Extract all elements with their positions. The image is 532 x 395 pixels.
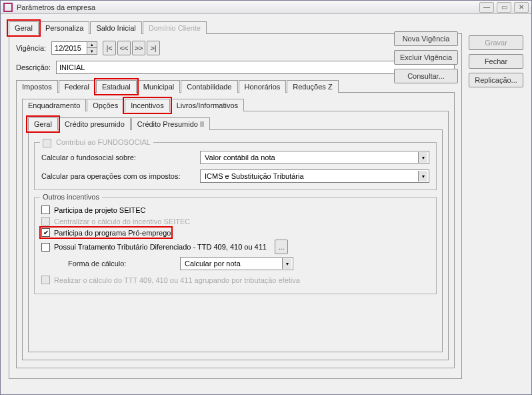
tab-dominio-cliente: Domínio Cliente bbox=[143, 21, 207, 34]
outros-title: Outros incentivos bbox=[40, 193, 102, 201]
window: Parâmetros da empresa — ▭ ✕ Geral Person… bbox=[0, 0, 532, 395]
ttd-checkbox[interactable] bbox=[41, 243, 50, 252]
titlebar: Parâmetros da empresa — ▭ ✕ bbox=[1, 1, 531, 14]
forma-calculo-value: Calcular por nota bbox=[185, 260, 241, 268]
nav-first-button[interactable]: |< bbox=[103, 41, 116, 55]
tab-saldo-inicial[interactable]: Saldo Inicial bbox=[90, 21, 141, 34]
fundosocial-group: Contribui ao FUNDOSOCIAL Calcular o fund… bbox=[34, 142, 437, 190]
impostos-tabstrip: Impostos Federal Estadual Municipal Cont… bbox=[16, 80, 455, 93]
fundosocial-impostos-select[interactable]: ICMS e Substituição Tributária ▾ bbox=[200, 169, 429, 183]
ttt-agrupar-checkbox bbox=[41, 276, 50, 284]
pro-emprego-checkbox[interactable]: ✔ bbox=[41, 228, 50, 237]
replicacao-button[interactable]: Replicação... bbox=[469, 73, 523, 87]
chevron-down-icon: ▾ bbox=[418, 171, 427, 181]
chevron-down-icon: ▾ bbox=[282, 258, 291, 269]
close-button[interactable]: ✕ bbox=[514, 2, 529, 13]
nav-prev-button[interactable]: << bbox=[117, 41, 131, 55]
tab-contabilidade[interactable]: Contabilidade bbox=[181, 80, 237, 93]
fundosocial-sobre-label: Calcular o fundosocial sobre: bbox=[41, 153, 195, 161]
seitec-label: Participa de projeto SEITEC bbox=[54, 206, 146, 214]
incentivos-panel: Contribui ao FUNDOSOCIAL Calcular o fund… bbox=[28, 129, 443, 352]
centralizar-seitec-label: Centralizar o cálculo do incentivo SEITE… bbox=[54, 218, 190, 226]
gravar-button[interactable]: Gravar bbox=[469, 35, 523, 50]
tab-credito-presumido-2[interactable]: Crédito Presumido II bbox=[131, 117, 210, 130]
ttd-label: Possui Tratamento Tributário Diferenciad… bbox=[54, 243, 267, 251]
centralizar-seitec-checkbox bbox=[41, 217, 50, 226]
tab-reducoes-z[interactable]: Reduções Z bbox=[287, 80, 338, 93]
chevron-down-icon: ▾ bbox=[418, 152, 427, 163]
fundosocial-sobre-select[interactable]: Valor contábil da nota ▾ bbox=[200, 151, 429, 164]
forma-calculo-select[interactable]: Calcular por nota ▾ bbox=[180, 257, 293, 270]
consultar-button[interactable]: Consultar... bbox=[394, 69, 458, 83]
tab-incentivos-geral[interactable]: Geral bbox=[28, 117, 58, 131]
vigencia-spin-down[interactable]: ▾ bbox=[87, 48, 97, 54]
pro-emprego-label: Participa do programa Pró-emprego bbox=[54, 229, 171, 237]
tab-opcoes[interactable]: Opções bbox=[87, 99, 124, 111]
descricao-label: Descrição: bbox=[16, 63, 51, 71]
fundosocial-check-row: Contribui ao FUNDOSOCIAL bbox=[40, 138, 153, 147]
ttd-browse-button[interactable]: ... bbox=[275, 240, 288, 254]
estadual-panel: Geral Crédito presumido Crédito Presumid… bbox=[22, 111, 449, 360]
app-icon bbox=[3, 3, 13, 12]
outros-incentivos-group: Outros incentivos Participa de projeto S… bbox=[34, 197, 437, 294]
vigencia-field[interactable]: ▴ ▾ bbox=[51, 41, 97, 55]
vigencia-actions: Nova Vigência Excluir Vigência Consultar… bbox=[394, 31, 458, 83]
fundosocial-sobre-value: Valor contábil da nota bbox=[205, 153, 275, 161]
fundosocial-impostos-value: ICMS e Substituição Tributária bbox=[205, 172, 304, 180]
impostos-panel: Enquadramento Opções Incentivos Livros/I… bbox=[16, 92, 455, 368]
fechar-button[interactable]: Fechar bbox=[469, 54, 523, 69]
tab-incentivos[interactable]: Incentivos bbox=[125, 99, 170, 112]
ttt-agrupar-label: Realizar o cálculo do TTT 409, 410 ou 41… bbox=[54, 276, 300, 284]
tab-honorarios[interactable]: Honorários bbox=[239, 80, 287, 93]
minimize-button[interactable]: — bbox=[479, 2, 494, 13]
maximize-button[interactable]: ▭ bbox=[497, 2, 511, 13]
fundosocial-title: Contribui ao FUNDOSOCIAL bbox=[56, 138, 151, 146]
forma-calculo-label: Forma de cálculo: bbox=[68, 260, 175, 268]
tab-personaliza[interactable]: Personaliza bbox=[39, 21, 89, 34]
tab-federal[interactable]: Federal bbox=[59, 80, 95, 93]
vigencia-label: Vigência: bbox=[16, 44, 46, 52]
incentivos-tabstrip: Geral Crédito presumido Crédito Presumid… bbox=[28, 117, 443, 130]
nav-next-button[interactable]: >> bbox=[132, 41, 145, 55]
main-panel: Vigência: ▴ ▾ |< << >> >| bbox=[9, 33, 462, 379]
tab-estadual[interactable]: Estadual bbox=[96, 80, 137, 93]
fundosocial-checkbox bbox=[43, 139, 51, 147]
vigencia-input[interactable] bbox=[52, 42, 87, 54]
vigencia-spin-up[interactable]: ▴ bbox=[87, 42, 97, 48]
tab-livros-informativos[interactable]: Livros/Informativos bbox=[171, 99, 244, 111]
fundosocial-impostos-label: Calcular para operações com os impostos: bbox=[41, 172, 195, 180]
tab-credito-presumido[interactable]: Crédito presumido bbox=[59, 117, 131, 130]
estadual-tabstrip: Enquadramento Opções Incentivos Livros/I… bbox=[22, 99, 449, 111]
window-title: Parâmetros da empresa bbox=[17, 3, 95, 11]
seitec-checkbox[interactable] bbox=[41, 206, 50, 214]
nova-vigencia-button[interactable]: Nova Vigência bbox=[394, 31, 458, 46]
tab-municipal[interactable]: Municipal bbox=[137, 80, 180, 93]
excluir-vigencia-button[interactable]: Excluir Vigência bbox=[394, 50, 458, 65]
tab-enquadramento[interactable]: Enquadramento bbox=[22, 99, 86, 111]
tab-impostos[interactable]: Impostos bbox=[16, 80, 58, 93]
nav-last-button[interactable]: >| bbox=[147, 41, 160, 55]
tab-geral[interactable]: Geral bbox=[9, 21, 39, 35]
